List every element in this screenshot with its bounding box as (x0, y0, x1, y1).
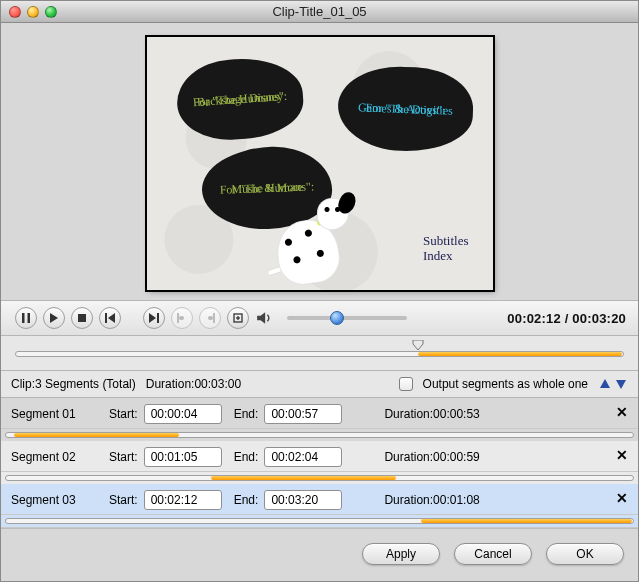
prev-frame-button[interactable] (99, 307, 121, 329)
svg-marker-5 (108, 313, 115, 323)
clip-duration-label: Duration:00:03:00 (146, 377, 241, 391)
end-label: End: (234, 450, 259, 464)
segment-duration: Duration:00:00:59 (384, 450, 479, 464)
segment-mini-timeline[interactable] (1, 472, 638, 484)
end-input[interactable] (264, 490, 342, 510)
svg-marker-18 (616, 380, 626, 389)
svg-rect-0 (22, 313, 25, 323)
master-timeline[interactable] (1, 336, 638, 371)
svg-rect-11 (208, 316, 213, 320)
start-input[interactable] (144, 447, 222, 467)
window-zoom-icon[interactable] (45, 6, 57, 18)
window-title: Clip-Title_01_05 (9, 4, 630, 19)
window-minimize-icon[interactable] (27, 6, 39, 18)
svg-rect-3 (78, 314, 86, 322)
segment-name: Segment 01 (11, 407, 97, 421)
start-label: Start: (109, 450, 138, 464)
preview-area: For "The Humans":Backstage Disney For "T… (1, 23, 638, 300)
volume-knob[interactable] (330, 311, 344, 325)
segment-duration: Duration:00:01:08 (384, 493, 479, 507)
menu-blob-humans-backstage: For "The Humans":Backstage Disney (174, 55, 305, 144)
delete-segment-icon[interactable]: ✕ (616, 447, 628, 463)
end-input[interactable] (264, 404, 342, 424)
move-down-icon[interactable] (614, 377, 628, 391)
segments-list: Segment 01 Start: End: Duration:00:00:53… (1, 398, 638, 528)
segment-row[interactable]: Segment 02 Start: End: Duration:00:00:59… (1, 441, 638, 472)
move-up-icon[interactable] (598, 377, 612, 391)
apply-button[interactable]: Apply (362, 543, 440, 565)
segment-duration: Duration:00:00:53 (384, 407, 479, 421)
master-range-fill (418, 352, 622, 356)
video-preview: For "The Humans":Backstage Disney For "T… (147, 37, 493, 290)
svg-rect-8 (177, 313, 179, 323)
svg-rect-7 (157, 313, 159, 323)
mark-out-button[interactable] (199, 307, 221, 329)
svg-rect-1 (28, 313, 31, 323)
play-button[interactable] (43, 307, 65, 329)
svg-marker-15 (257, 312, 265, 323)
next-frame-button[interactable] (143, 307, 165, 329)
pause-button[interactable] (15, 307, 37, 329)
playhead-marker-icon[interactable] (411, 340, 425, 351)
svg-rect-10 (213, 313, 215, 323)
delete-segment-icon[interactable]: ✕ (616, 404, 628, 420)
delete-segment-icon[interactable]: ✕ (616, 490, 628, 506)
ok-button[interactable]: OK (546, 543, 624, 565)
start-input[interactable] (144, 490, 222, 510)
segment-row[interactable]: Segment 03 Start: End: Duration:00:01:08… (1, 484, 638, 515)
svg-marker-16 (413, 340, 423, 350)
segment-mini-timeline[interactable] (1, 429, 638, 441)
menu-subtitles-index: Subtitles Index (423, 234, 469, 264)
segment-name: Segment 03 (11, 493, 97, 507)
menu-blob-humans-music: For "The Humans":Music & More (200, 145, 333, 231)
start-label: Start: (109, 493, 138, 507)
speaker-icon (255, 309, 273, 327)
cancel-button[interactable]: Cancel (454, 543, 532, 565)
window: Clip-Title_01_05 For "The Humans":Backst… (0, 0, 639, 582)
window-close-icon[interactable] (9, 6, 21, 18)
add-segment-button[interactable] (227, 307, 249, 329)
output-whole-label: Output segments as whole one (423, 377, 588, 391)
end-label: End: (234, 493, 259, 507)
svg-rect-4 (105, 313, 107, 323)
svg-marker-2 (50, 313, 58, 323)
segment-mini-timeline[interactable] (1, 515, 638, 528)
titlebar: Clip-Title_01_05 (1, 1, 638, 23)
menu-blob-dogs-games: For "The Dogs":Games & Activities (336, 65, 474, 154)
end-input[interactable] (264, 447, 342, 467)
time-readout: 00:02:12 / 00:03:20 (507, 311, 626, 326)
segment-row[interactable]: Segment 01 Start: End: Duration:00:00:53… (1, 398, 638, 429)
start-label: Start: (109, 407, 138, 421)
output-whole-checkbox[interactable] (399, 377, 413, 391)
playback-controls: 00:02:12 / 00:03:20 (1, 300, 638, 336)
stop-button[interactable] (71, 307, 93, 329)
end-label: End: (234, 407, 259, 421)
volume-slider[interactable] (287, 316, 407, 320)
clip-segments-label: Clip:3 Segments (Total) (11, 377, 136, 391)
svg-marker-6 (149, 313, 156, 323)
clip-info-row: Clip:3 Segments (Total) Duration:00:03:0… (1, 371, 638, 398)
start-input[interactable] (144, 404, 222, 424)
svg-rect-9 (179, 316, 184, 320)
mark-in-button[interactable] (171, 307, 193, 329)
footer-buttons: Apply Cancel OK (1, 528, 638, 581)
dalmatian-graphic (277, 220, 339, 284)
segment-name: Segment 02 (11, 450, 97, 464)
svg-marker-17 (600, 379, 610, 388)
